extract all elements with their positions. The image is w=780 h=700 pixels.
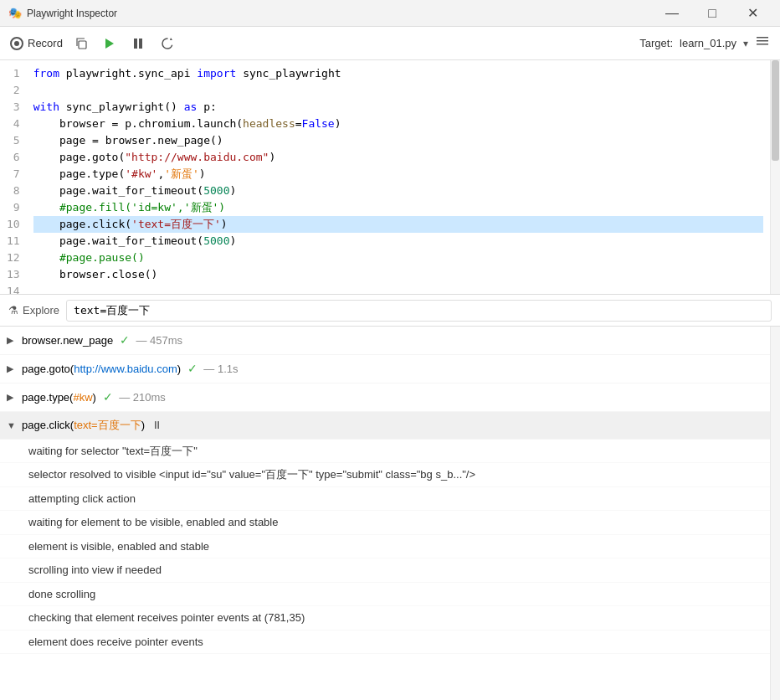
main-content: 1234567891011121314 from playwright.sync… xyxy=(0,60,780,700)
minimize-button[interactable]: — xyxy=(653,0,691,27)
code-line: page = browser.new_page() xyxy=(33,132,763,149)
line-number: 12 xyxy=(7,250,20,266)
menu-button[interactable] xyxy=(755,33,770,53)
svg-rect-5 xyxy=(757,40,768,42)
code-line: page.click('text=百度一下') xyxy=(33,216,763,233)
log-sub-entry: checking that element receives pointer e… xyxy=(0,606,770,631)
log-entry-entry2[interactable]: ▶page.goto(http://www.baidu.com) ✓ — 1.1… xyxy=(0,355,770,383)
log-entry-text: page.goto(http://www.baidu.com) ✓ — 1.1s xyxy=(22,360,760,378)
line-number: 13 xyxy=(7,266,20,283)
line-number: 10 xyxy=(7,216,20,233)
target-value: learn_01.py xyxy=(680,37,736,49)
line-number: 3 xyxy=(7,99,20,116)
svg-marker-1 xyxy=(105,39,114,49)
play-button[interactable] xyxy=(100,35,120,52)
line-number: 8 xyxy=(7,183,20,199)
explore-text: Explore xyxy=(23,304,59,317)
log-scroll-area[interactable]: ▶browser.new_page ✓ — 457ms▶page.goto(ht… xyxy=(0,327,770,700)
log-entry-entry3[interactable]: ▶page.type(#kw) ✓ — 210ms xyxy=(0,383,770,412)
code-line: browser = p.chromium.launch(headless=Fal… xyxy=(33,116,763,132)
editor-area: 1234567891011121314 from playwright.sync… xyxy=(0,60,780,295)
line-number: 1 xyxy=(7,65,20,82)
line-number: 5 xyxy=(7,132,20,149)
code-line xyxy=(33,82,763,99)
pause-button[interactable] xyxy=(128,35,148,52)
line-number: 4 xyxy=(7,116,20,132)
code-line: browser.close() xyxy=(33,266,763,283)
log-sub-entry: element does receive pointer events xyxy=(0,631,770,655)
explore-beaker-icon: ⚗ xyxy=(8,304,18,317)
expand-arrow-icon: ▶ xyxy=(7,390,20,404)
expand-arrow-icon: ▼ xyxy=(7,419,20,433)
line-number: 14 xyxy=(7,283,20,295)
log-entry-text: page.type(#kw) ✓ — 210ms xyxy=(22,389,760,406)
record-circle-icon xyxy=(10,37,23,50)
log-sub-entry: done scrolling xyxy=(0,583,770,607)
explore-bar: ⚗ Explore xyxy=(0,295,780,327)
code-line: page.type('#kw','新蛋') xyxy=(33,166,763,183)
line-number: 7 xyxy=(7,166,20,183)
svg-rect-0 xyxy=(79,41,86,49)
record-button[interactable]: Record xyxy=(10,37,63,50)
svg-rect-3 xyxy=(139,39,142,49)
app-icon: 🎭 xyxy=(8,7,22,20)
target-label: Target: xyxy=(639,37,673,49)
log-sub-entry: element is visible, enabled and stable xyxy=(0,535,770,559)
code-line: #page.fill('id=kw','新蛋') xyxy=(33,199,763,216)
window-controls: — □ ✕ xyxy=(653,0,772,27)
explore-input[interactable] xyxy=(66,300,772,322)
log-entry-entry4[interactable]: ▼page.click(text=百度一下) ⏸ xyxy=(0,412,770,440)
copy-button[interactable] xyxy=(71,35,91,52)
editor-scrollbar[interactable] xyxy=(770,60,780,294)
line-numbers: 1234567891011121314 xyxy=(0,60,27,294)
code-line xyxy=(33,283,763,294)
toolbar-right: Target: learn_01.py ▾ xyxy=(639,33,770,53)
log-sub-entry: waiting for selector "text=百度一下" xyxy=(0,440,770,464)
code-line: page.goto("http://www.baidu.com") xyxy=(33,149,763,166)
log-sub-entry: selector resolved to visible <input id="… xyxy=(0,463,770,487)
log-sub-entry: attempting click action xyxy=(0,487,770,512)
editor-scrollbar-thumb xyxy=(772,60,779,161)
log-sub-entry: waiting for element to be visible, enabl… xyxy=(0,511,770,535)
svg-rect-6 xyxy=(757,44,768,45)
log-entry-text: browser.new_page ✓ — 457ms xyxy=(22,332,760,349)
line-number: 2 xyxy=(7,82,20,99)
expand-arrow-icon: ▶ xyxy=(7,333,20,347)
app-title: Playwright Inspector xyxy=(27,8,653,19)
code-line: with sync_playwright() as p: xyxy=(33,99,763,116)
code-line: from playwright.sync_api import sync_pla… xyxy=(33,65,763,82)
close-button[interactable]: ✕ xyxy=(733,0,772,27)
toolbar-left: Record xyxy=(10,34,639,53)
maximize-button[interactable]: □ xyxy=(693,0,731,27)
svg-rect-2 xyxy=(134,39,137,49)
target-dropdown-button[interactable]: ▾ xyxy=(743,38,748,49)
title-bar: 🎭 Playwright Inspector — □ ✕ xyxy=(0,0,780,27)
log-sub-entry: scrolling into view if needed xyxy=(0,558,770,583)
code-line: #page.pause() xyxy=(33,250,763,266)
record-dot-icon xyxy=(14,41,19,46)
log-entry-text: page.click(text=百度一下) ⏸ xyxy=(22,417,760,434)
record-label: Record xyxy=(28,37,63,49)
expand-arrow-icon: ▶ xyxy=(7,362,20,376)
code-editor[interactable]: from playwright.sync_api import sync_pla… xyxy=(27,60,770,294)
refresh-button[interactable] xyxy=(157,34,178,53)
log-entry-entry1[interactable]: ▶browser.new_page ✓ — 457ms xyxy=(0,327,770,355)
code-line: page.wait_for_timeout(5000) xyxy=(33,233,763,250)
log-scrollbar[interactable] xyxy=(770,327,780,700)
log-area: ▶browser.new_page ✓ — 457ms▶page.goto(ht… xyxy=(0,327,780,700)
line-number: 11 xyxy=(7,233,20,250)
explore-label: ⚗ Explore xyxy=(8,304,59,317)
code-line: page.wait_for_timeout(5000) xyxy=(33,183,763,199)
toolbar: Record Target: learn_0 xyxy=(0,27,780,60)
line-number: 6 xyxy=(7,149,20,166)
line-number: 9 xyxy=(7,199,20,216)
svg-rect-4 xyxy=(757,37,768,39)
